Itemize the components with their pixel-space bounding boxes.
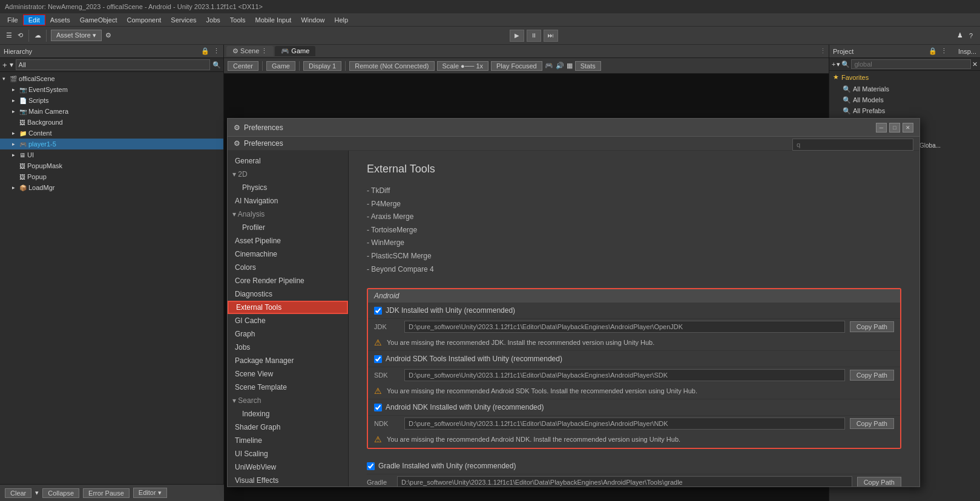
jdk-path-input[interactable] (404, 321, 845, 333)
menu-services[interactable]: Services (166, 15, 201, 25)
center-dropdown[interactable]: Center (228, 61, 258, 71)
menu-window[interactable]: Window (296, 15, 329, 25)
tree-item-loadmgr[interactable]: ▸ 📦 LoadMgr (0, 182, 223, 193)
pref-nav-uiscaling[interactable]: UI Scaling (228, 447, 348, 460)
pref-nav-externaltools[interactable]: External Tools (228, 301, 348, 314)
pref-nav-diagnostics[interactable]: Diagnostics (228, 287, 348, 301)
project-menu-icon[interactable]: ⋮ (941, 47, 947, 55)
pref-minimize-btn[interactable]: ─ (876, 123, 887, 133)
scale-label[interactable]: Scale ●── 1x (437, 61, 488, 71)
project-search-input[interactable] (851, 59, 971, 69)
tab-scene[interactable]: ⚙ Scene ⋮ (226, 46, 274, 56)
tree-item-popupmask[interactable]: 🖼 PopupMask (0, 160, 223, 171)
step-button[interactable]: ⏭ (544, 30, 558, 42)
hierarchy-search-input[interactable] (16, 59, 210, 70)
ndk-checkbox[interactable] (374, 404, 382, 411)
tree-item-ui[interactable]: ▸ 🖥 UI (0, 149, 223, 160)
pref-search-input[interactable] (792, 139, 913, 151)
pref-nav-scenetemplate[interactable]: Scene Template (228, 381, 348, 394)
project-all-models[interactable]: 🔍 All Models (833, 94, 976, 105)
collapse-btn[interactable]: Collapse (42, 488, 79, 498)
project-all-materials[interactable]: 🔍 All Materials (833, 84, 976, 94)
tree-item-maincamera[interactable]: ▸ 📷 Main Camera (0, 106, 223, 117)
ndk-copy-btn[interactable]: Copy Path (850, 418, 894, 429)
stats-btn[interactable]: Stats (575, 61, 601, 71)
menu-edit[interactable]: Edit (23, 15, 45, 25)
sdk-checkbox[interactable] (374, 355, 382, 363)
add-hierarchy-btn[interactable]: + (2, 61, 7, 70)
display-dropdown[interactable]: Display 1 (303, 61, 341, 71)
gradle-checkbox[interactable] (367, 462, 375, 470)
tree-item-background[interactable]: 🖼 Background (0, 117, 223, 128)
menu-jobs[interactable]: Jobs (202, 15, 225, 25)
tree-item-scripts[interactable]: ▸ 📄 Scripts (0, 95, 223, 106)
pref-nav-indexing[interactable]: Indexing (228, 407, 348, 421)
sdk-copy-btn[interactable]: Copy Path (850, 370, 894, 381)
pref-nav-profiler[interactable]: Profiler (228, 221, 348, 234)
project-all-prefabs[interactable]: 🔍 All Prefabs (833, 105, 976, 116)
project-lock-icon[interactable]: 🔒 (929, 47, 937, 55)
pref-nav-corerender[interactable]: Core Render Pipeline (228, 274, 348, 287)
pref-nav-vfx[interactable]: Visual Effects (228, 474, 348, 486)
tree-item-officalscene[interactable]: ▾ 🎬 officalScene (0, 73, 223, 84)
menu-mobileinput[interactable]: Mobile Input (250, 15, 296, 25)
jdk-checkbox[interactable] (374, 307, 382, 315)
asset-store-btn[interactable]: Asset Store ▾ (51, 30, 102, 41)
editor-btn[interactable]: Editor ▾ (133, 488, 167, 498)
help-icon[interactable]: ? (967, 31, 975, 40)
arrow-maincamera: ▸ (12, 108, 19, 114)
icon-maincamera: 📷 (19, 108, 27, 115)
error-pause-btn[interactable]: Error Pause (83, 488, 130, 498)
cloud-icon[interactable]: ☁ (33, 31, 42, 40)
clear-btn[interactable]: Clear (5, 488, 31, 498)
tab-menu-icon[interactable]: ⋮ (820, 47, 826, 55)
play-focused-btn[interactable]: Play Focused (491, 61, 542, 71)
diff-tool-1: - TkDiff (367, 185, 901, 198)
tree-item-popup[interactable]: 🖼 Popup (0, 171, 223, 182)
menu-component[interactable]: Component (122, 15, 166, 25)
project-cancel-icon[interactable]: ✕ (972, 61, 978, 68)
pref-nav-sceneview[interactable]: Scene View (228, 367, 348, 381)
settings-icon[interactable]: ⚙ (104, 31, 113, 40)
project-add-btn[interactable]: + (832, 61, 835, 68)
pref-nav-shadergraph[interactable]: Shader Graph (228, 421, 348, 434)
pref-nav-graph[interactable]: Graph (228, 327, 348, 341)
pref-nav-ai[interactable]: AI Navigation (228, 194, 348, 208)
play-button[interactable]: ▶ (510, 30, 524, 42)
collab-icon[interactable]: ♟ (956, 31, 964, 40)
pref-nav-assetpipeline[interactable]: Asset Pipeline (228, 234, 348, 247)
sdk-path-input[interactable] (404, 369, 845, 381)
game-dropdown[interactable]: Game (266, 61, 295, 71)
gradle-copy-btn[interactable]: Copy Path (857, 477, 901, 486)
pref-nav-packagemanager[interactable]: Package Manager (228, 354, 348, 367)
tree-item-eventsystem[interactable]: ▸ 📷 EventSystem (0, 84, 223, 95)
menu-gameobject[interactable]: GameObject (75, 15, 122, 25)
pref-nav-gicache[interactable]: GI Cache (228, 314, 348, 327)
pref-nav-uniwebview[interactable]: UniWebView (228, 460, 348, 474)
pref-nav-cinemachine[interactable]: Cinemachine (228, 247, 348, 261)
pref-nav-jobs[interactable]: Jobs (228, 341, 348, 354)
menu-tools[interactable]: Tools (225, 15, 251, 25)
tab-game[interactable]: 🎮 Game (275, 46, 315, 56)
pref-nav-physics[interactable]: Physics (228, 181, 348, 194)
menu-assets[interactable]: Assets (45, 15, 75, 25)
menu-file[interactable]: File (2, 15, 23, 25)
ndk-path-input[interactable] (404, 418, 845, 430)
pref-nav-general[interactable]: General (228, 154, 348, 168)
jdk-copy-btn[interactable]: Copy Path (850, 321, 894, 332)
remote-dropdown[interactable]: Remote (Not Connected) (349, 61, 434, 71)
pref-close-btn[interactable]: ✕ (903, 123, 913, 133)
pref-nav-colors[interactable]: Colors (228, 261, 348, 274)
pref-nav-2d[interactable]: ▾ 2D (228, 168, 348, 181)
hierarchy-lock-icon[interactable]: 🔒 (201, 47, 209, 55)
tree-item-player15[interactable]: ▸ 🎮 player1-5 (0, 139, 223, 149)
pref-nav-analysis[interactable]: ▾ Analysis (228, 208, 348, 221)
pref-maximize-btn[interactable]: □ (889, 123, 900, 133)
tree-item-content[interactable]: ▸ 📁 Content (0, 128, 223, 139)
pause-button[interactable]: ⏸ (527, 30, 541, 42)
menu-help[interactable]: Help (330, 15, 354, 25)
pref-nav-search[interactable]: ▾ Search (228, 394, 348, 407)
gradle-path-input[interactable] (397, 476, 852, 486)
hierarchy-menu-icon[interactable]: ⋮ (213, 47, 220, 55)
pref-nav-timeline[interactable]: Timeline (228, 434, 348, 447)
